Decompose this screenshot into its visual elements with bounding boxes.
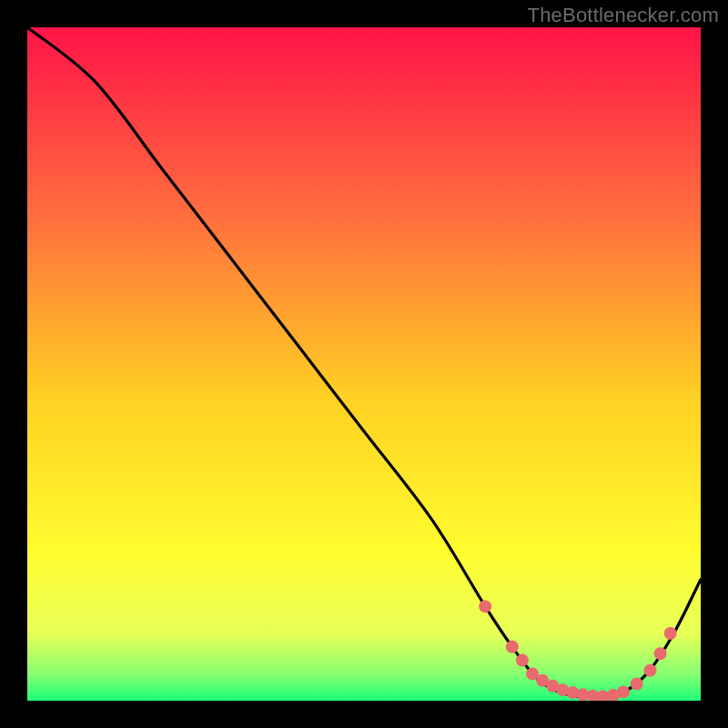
attribution-text: TheBottlenecker.com xyxy=(528,4,719,27)
gradient-background xyxy=(27,27,701,701)
data-point xyxy=(644,664,657,677)
data-point xyxy=(654,647,667,660)
chart-frame: TheBottlenecker.com xyxy=(0,0,728,728)
data-point xyxy=(516,654,529,667)
data-point xyxy=(631,678,643,691)
bottleneck-chart xyxy=(27,27,701,701)
data-point xyxy=(479,600,491,612)
plot-area xyxy=(27,27,701,701)
data-point xyxy=(506,641,519,653)
data-point xyxy=(617,685,630,698)
data-point xyxy=(664,627,677,640)
